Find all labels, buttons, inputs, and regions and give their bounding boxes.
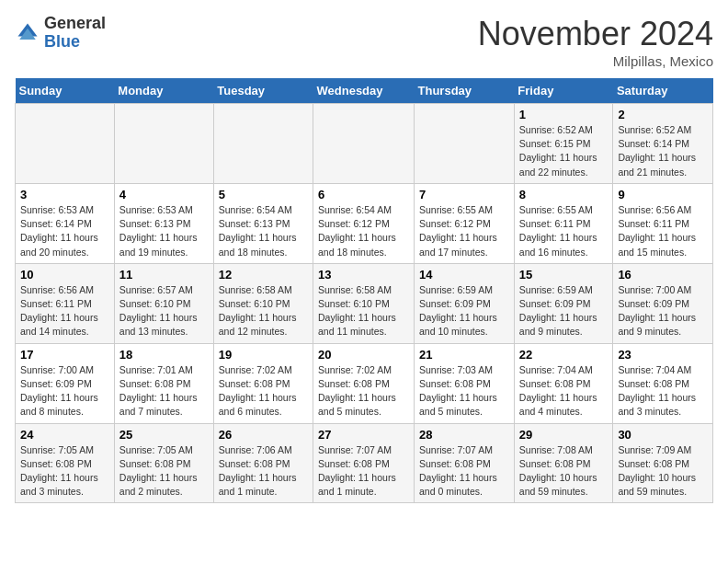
day-number: 3 xyxy=(20,188,109,201)
calendar-cell: 19Sunrise: 7:02 AM Sunset: 6:08 PM Dayli… xyxy=(213,343,313,423)
day-number: 25 xyxy=(119,428,209,442)
day-info: Sunrise: 6:53 AM Sunset: 6:14 PM Dayligh… xyxy=(20,203,109,259)
day-info: Sunrise: 6:55 AM Sunset: 6:12 PM Dayligh… xyxy=(419,203,509,259)
day-info: Sunrise: 6:54 AM Sunset: 6:13 PM Dayligh… xyxy=(219,203,308,259)
day-info: Sunrise: 6:58 AM Sunset: 6:10 PM Dayligh… xyxy=(318,283,409,339)
logo-icon xyxy=(15,20,40,46)
calendar-cell xyxy=(213,104,313,184)
calendar-cell: 17Sunrise: 7:00 AM Sunset: 6:09 PM Dayli… xyxy=(16,343,115,423)
day-info: Sunrise: 6:58 AM Sunset: 6:10 PM Dayligh… xyxy=(219,283,308,339)
day-number: 18 xyxy=(119,348,209,362)
day-info: Sunrise: 7:04 AM Sunset: 6:08 PM Dayligh… xyxy=(618,363,708,419)
day-info: Sunrise: 7:02 AM Sunset: 6:08 PM Dayligh… xyxy=(318,363,409,419)
calendar-week-row: 24Sunrise: 7:05 AM Sunset: 6:08 PM Dayli… xyxy=(16,423,713,503)
day-number: 20 xyxy=(318,348,409,362)
calendar-week-row: 1Sunrise: 6:52 AM Sunset: 6:15 PM Daylig… xyxy=(16,104,713,184)
day-info: Sunrise: 7:00 AM Sunset: 6:09 PM Dayligh… xyxy=(20,363,109,419)
day-info: Sunrise: 7:07 AM Sunset: 6:08 PM Dayligh… xyxy=(419,443,509,500)
calendar-cell: 28Sunrise: 7:07 AM Sunset: 6:08 PM Dayli… xyxy=(415,423,515,503)
day-number: 1 xyxy=(519,108,609,121)
calendar-cell: 16Sunrise: 7:00 AM Sunset: 6:09 PM Dayli… xyxy=(613,263,713,343)
day-number: 16 xyxy=(618,268,708,282)
logo-general: General xyxy=(44,14,106,32)
day-of-week-header: Friday xyxy=(514,78,613,104)
calendar-cell: 18Sunrise: 7:01 AM Sunset: 6:08 PM Dayli… xyxy=(114,343,213,423)
day-info: Sunrise: 7:07 AM Sunset: 6:08 PM Dayligh… xyxy=(318,443,409,500)
day-number: 26 xyxy=(219,428,308,442)
calendar-cell: 30Sunrise: 7:09 AM Sunset: 6:08 PM Dayli… xyxy=(613,423,713,503)
day-info: Sunrise: 7:08 AM Sunset: 6:08 PM Dayligh… xyxy=(519,443,609,500)
day-number: 22 xyxy=(519,348,609,362)
calendar-cell: 4Sunrise: 6:53 AM Sunset: 6:13 PM Daylig… xyxy=(114,183,213,263)
day-number: 10 xyxy=(20,268,109,282)
day-number: 30 xyxy=(618,428,708,442)
calendar-cell: 6Sunrise: 6:54 AM Sunset: 6:12 PM Daylig… xyxy=(313,183,415,263)
day-number: 6 xyxy=(318,188,409,201)
calendar-cell: 7Sunrise: 6:55 AM Sunset: 6:12 PM Daylig… xyxy=(415,183,515,263)
day-info: Sunrise: 6:52 AM Sunset: 6:15 PM Dayligh… xyxy=(519,123,609,179)
day-info: Sunrise: 6:59 AM Sunset: 6:09 PM Dayligh… xyxy=(519,283,609,339)
day-info: Sunrise: 7:06 AM Sunset: 6:08 PM Dayligh… xyxy=(219,443,308,500)
day-number: 17 xyxy=(20,348,109,362)
day-of-week-header: Tuesday xyxy=(213,78,313,104)
day-info: Sunrise: 7:00 AM Sunset: 6:09 PM Dayligh… xyxy=(618,283,708,339)
day-info: Sunrise: 6:59 AM Sunset: 6:09 PM Dayligh… xyxy=(419,283,509,339)
day-number: 5 xyxy=(219,188,308,201)
calendar-cell: 5Sunrise: 6:54 AM Sunset: 6:13 PM Daylig… xyxy=(213,183,313,263)
calendar-cell xyxy=(415,104,515,184)
day-number: 8 xyxy=(519,188,609,201)
calendar-table: SundayMondayTuesdayWednesdayThursdayFrid… xyxy=(15,78,713,503)
day-info: Sunrise: 7:05 AM Sunset: 6:08 PM Dayligh… xyxy=(119,443,209,500)
calendar-cell: 29Sunrise: 7:08 AM Sunset: 6:08 PM Dayli… xyxy=(514,423,613,503)
calendar-cell: 8Sunrise: 6:55 AM Sunset: 6:11 PM Daylig… xyxy=(514,183,613,263)
day-of-week-header: Sunday xyxy=(16,78,115,104)
day-of-week-header: Wednesday xyxy=(313,78,415,104)
day-of-week-header: Monday xyxy=(114,78,213,104)
calendar-cell: 3Sunrise: 6:53 AM Sunset: 6:14 PM Daylig… xyxy=(16,183,115,263)
location: Milpillas, Mexico xyxy=(478,53,713,69)
day-number: 11 xyxy=(119,268,209,282)
calendar-cell: 23Sunrise: 7:04 AM Sunset: 6:08 PM Dayli… xyxy=(613,343,713,423)
calendar-cell: 15Sunrise: 6:59 AM Sunset: 6:09 PM Dayli… xyxy=(514,263,613,343)
day-info: Sunrise: 6:57 AM Sunset: 6:10 PM Dayligh… xyxy=(119,283,209,339)
day-info: Sunrise: 7:02 AM Sunset: 6:08 PM Dayligh… xyxy=(219,363,308,419)
day-info: Sunrise: 6:56 AM Sunset: 6:11 PM Dayligh… xyxy=(618,203,708,259)
day-info: Sunrise: 6:54 AM Sunset: 6:12 PM Dayligh… xyxy=(318,203,409,259)
calendar-cell xyxy=(313,104,415,184)
calendar-week-row: 17Sunrise: 7:00 AM Sunset: 6:09 PM Dayli… xyxy=(16,343,713,423)
day-of-week-header: Thursday xyxy=(415,78,515,104)
day-info: Sunrise: 7:03 AM Sunset: 6:08 PM Dayligh… xyxy=(419,363,509,419)
day-info: Sunrise: 7:01 AM Sunset: 6:08 PM Dayligh… xyxy=(119,363,209,419)
day-of-week-header: Saturday xyxy=(613,78,713,104)
calendar-week-row: 3Sunrise: 6:53 AM Sunset: 6:14 PM Daylig… xyxy=(16,183,713,263)
calendar-cell: 12Sunrise: 6:58 AM Sunset: 6:10 PM Dayli… xyxy=(213,263,313,343)
day-number: 4 xyxy=(119,188,209,201)
calendar-cell: 25Sunrise: 7:05 AM Sunset: 6:08 PM Dayli… xyxy=(114,423,213,503)
calendar-cell: 13Sunrise: 6:58 AM Sunset: 6:10 PM Dayli… xyxy=(313,263,415,343)
day-number: 24 xyxy=(20,428,109,442)
calendar-cell: 11Sunrise: 6:57 AM Sunset: 6:10 PM Dayli… xyxy=(114,263,213,343)
day-info: Sunrise: 6:53 AM Sunset: 6:13 PM Dayligh… xyxy=(119,203,209,259)
calendar-cell: 9Sunrise: 6:56 AM Sunset: 6:11 PM Daylig… xyxy=(613,183,713,263)
day-info: Sunrise: 6:56 AM Sunset: 6:11 PM Dayligh… xyxy=(20,283,109,339)
month-title: November 2024 xyxy=(478,15,713,53)
calendar-cell: 26Sunrise: 7:06 AM Sunset: 6:08 PM Dayli… xyxy=(213,423,313,503)
calendar-cell: 10Sunrise: 6:56 AM Sunset: 6:11 PM Dayli… xyxy=(16,263,115,343)
calendar-cell: 1Sunrise: 6:52 AM Sunset: 6:15 PM Daylig… xyxy=(514,104,613,184)
calendar-cell: 24Sunrise: 7:05 AM Sunset: 6:08 PM Dayli… xyxy=(16,423,115,503)
logo-text: General Blue xyxy=(44,15,106,52)
calendar-week-row: 10Sunrise: 6:56 AM Sunset: 6:11 PM Dayli… xyxy=(16,263,713,343)
day-number: 21 xyxy=(419,348,509,362)
calendar-cell: 20Sunrise: 7:02 AM Sunset: 6:08 PM Dayli… xyxy=(313,343,415,423)
logo-blue: Blue xyxy=(44,32,80,51)
calendar-cell: 2Sunrise: 6:52 AM Sunset: 6:14 PM Daylig… xyxy=(613,104,713,184)
logo: General Blue xyxy=(15,15,106,52)
calendar-cell: 21Sunrise: 7:03 AM Sunset: 6:08 PM Dayli… xyxy=(415,343,515,423)
day-number: 2 xyxy=(618,108,708,121)
day-number: 23 xyxy=(618,348,708,362)
calendar-cell: 22Sunrise: 7:04 AM Sunset: 6:08 PM Dayli… xyxy=(514,343,613,423)
calendar-cell xyxy=(16,104,115,184)
day-number: 14 xyxy=(419,268,509,282)
day-number: 12 xyxy=(219,268,308,282)
page-header: General Blue November 2024 Milpillas, Me… xyxy=(15,15,713,69)
